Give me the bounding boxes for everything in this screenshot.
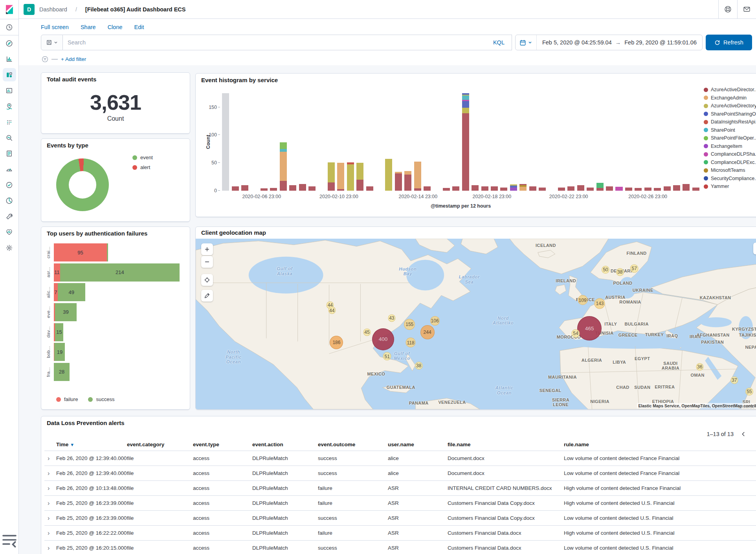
sidebar-item-management[interactable] <box>3 241 16 254</box>
histogram-bar[interactable] <box>328 88 335 191</box>
help-button[interactable] <box>718 0 737 18</box>
sidebar-item-recently-viewed[interactable] <box>3 20 16 34</box>
histogram-bar[interactable] <box>625 88 632 191</box>
breadcrumb[interactable]: Dashboard <box>39 6 67 13</box>
histogram-bar[interactable] <box>664 88 671 191</box>
date-quick-menu-button[interactable] <box>516 35 537 50</box>
sidebar-item-siem[interactable] <box>3 194 16 207</box>
column-header[interactable]: Time▼ <box>56 442 127 447</box>
column-header[interactable]: user.name <box>388 442 448 447</box>
expand-row-icon[interactable]: › <box>44 515 56 521</box>
geo-cluster-bubble[interactable]: 155 <box>404 319 415 330</box>
histogram-bar[interactable] <box>673 88 680 191</box>
expand-row-icon[interactable]: › <box>44 485 56 491</box>
histogram-bar[interactable] <box>424 88 431 191</box>
histogram-bar[interactable] <box>280 88 287 191</box>
expand-row-icon[interactable]: › <box>44 470 56 477</box>
sidebar-item-apm[interactable] <box>3 162 16 176</box>
success-bar[interactable]: 49 <box>58 283 85 301</box>
table-row[interactable]: ›Feb 25, 2020 @ 16:22:22.000fileaccessDL… <box>44 526 756 541</box>
expand-row-icon[interactable]: › <box>44 455 56 462</box>
geo-cluster-bubble[interactable]: 57 <box>630 264 639 272</box>
column-header[interactable]: rule.name <box>564 442 756 447</box>
geo-cluster-bubble[interactable]: 43 <box>388 314 395 322</box>
histogram-bar[interactable] <box>452 88 459 191</box>
expand-row-icon[interactable]: › <box>44 545 56 551</box>
table-row[interactable]: ›Feb 25, 2020 @ 16:23:39.000fileaccessDL… <box>44 496 756 511</box>
legend-item[interactable]: AzureActiveDirectory <box>704 103 756 109</box>
column-header[interactable]: file.name <box>448 442 564 447</box>
sidebar-item-canvas[interactable] <box>3 84 16 97</box>
filter-icon[interactable] <box>42 56 48 63</box>
histogram-bar[interactable] <box>472 88 479 191</box>
histogram-bar[interactable] <box>567 88 574 191</box>
legend-item[interactable]: SharePointFileOper... <box>704 135 756 141</box>
sidebar-item-maps[interactable] <box>3 99 16 113</box>
histogram-bar[interactable] <box>356 88 363 191</box>
table-row[interactable]: ›Feb 25, 2020 @ 16:23:39.000fileaccessDL… <box>44 511 756 526</box>
table-row[interactable]: ›Feb 26, 2020 @ 12:39:40.000fileaccessDL… <box>44 466 756 481</box>
sidebar-item-logs[interactable] <box>3 147 16 160</box>
geo-cluster-bubble[interactable]: 54 <box>572 329 580 337</box>
sidebar-item-metrics[interactable] <box>3 131 16 144</box>
geo-cluster-bubble[interactable]: 109 <box>578 295 587 305</box>
legend-item[interactable]: MicrosoftTeams <box>704 167 756 173</box>
histogram-bar[interactable] <box>337 88 344 191</box>
histogram-bar[interactable] <box>222 88 229 191</box>
histogram-bar[interactable] <box>692 88 699 191</box>
geo-cluster-bubble[interactable]: 186 <box>330 336 343 349</box>
collapse-nav-button[interactable] <box>0 530 19 549</box>
legend-item[interactable]: ComplianceDLPExc... <box>704 160 756 165</box>
histogram-bars[interactable] <box>221 88 701 191</box>
saved-query-menu-button[interactable] <box>41 35 63 50</box>
toolbar-link-full-screen[interactable]: Full screen <box>41 24 69 30</box>
toolbar-link-share[interactable]: Share <box>81 24 96 30</box>
histogram-bar[interactable] <box>232 88 239 191</box>
refresh-button[interactable]: Refresh <box>706 35 752 50</box>
histogram-bar[interactable] <box>261 88 268 191</box>
success-bar[interactable]: 19 <box>54 343 65 361</box>
histogram-bar[interactable] <box>299 88 306 191</box>
histogram-bar[interactable] <box>519 88 527 191</box>
histogram-bar[interactable] <box>385 88 392 191</box>
histogram-bar[interactable] <box>414 88 421 191</box>
sidebar-item-dashboard[interactable] <box>3 68 16 81</box>
toolbar-link-edit[interactable]: Edit <box>134 24 144 30</box>
geo-cluster-bubble[interactable]: 465 <box>577 316 602 340</box>
geo-cluster-bubble[interactable]: 44 <box>328 307 336 314</box>
failure-bar[interactable]: 95 <box>54 243 107 261</box>
histogram-bar[interactable] <box>481 88 488 191</box>
table-row[interactable]: ›Feb 26, 2020 @ 10:13:48.000fileaccessDL… <box>44 481 756 496</box>
success-bar[interactable]: 214 <box>60 263 180 282</box>
pagination-prev-button[interactable] <box>738 428 749 440</box>
histogram-bar[interactable] <box>347 88 354 191</box>
map-draw-tool-button[interactable] <box>201 290 213 302</box>
expand-row-icon[interactable]: › <box>44 500 56 506</box>
geo-cluster-bubble[interactable]: 36 <box>696 363 704 370</box>
geo-cluster-bubble[interactable]: 38 <box>415 362 423 370</box>
geo-cluster-bubble[interactable]: 400 <box>372 328 394 350</box>
column-header[interactable]: event.type <box>193 442 252 447</box>
geo-cluster-bubble[interactable]: 106 <box>430 316 440 326</box>
pagination-next-button[interactable] <box>753 428 756 440</box>
events-donut-chart[interactable] <box>56 158 109 211</box>
histogram-bar[interactable] <box>587 88 594 191</box>
histogram-bar[interactable] <box>289 88 296 191</box>
legend-item[interactable]: event <box>132 155 153 160</box>
sidebar-item-discover[interactable] <box>3 37 16 50</box>
histogram-bar[interactable] <box>241 88 248 191</box>
histogram-bar[interactable] <box>683 88 690 191</box>
histogram-bar[interactable] <box>654 88 661 191</box>
legend-item[interactable]: SharePointSharingO... <box>704 111 756 117</box>
success-bar[interactable]: 15 <box>55 323 63 341</box>
search-input[interactable] <box>68 39 488 46</box>
legend-item[interactable]: ExchangeAdmin <box>704 95 756 101</box>
legend-item[interactable]: SecurityCompliance... <box>704 176 756 181</box>
add-filter-button[interactable]: + Add filter <box>61 56 86 62</box>
legend-item[interactable]: alert <box>132 164 153 170</box>
legend-item[interactable]: AzureActiveDirector... <box>704 87 756 92</box>
map-legend-toggle-button[interactable] <box>753 243 756 254</box>
sidebar-item-visualize[interactable] <box>3 52 16 66</box>
histogram-bar[interactable] <box>529 88 536 191</box>
map-zoom-out-button[interactable] <box>201 256 213 268</box>
